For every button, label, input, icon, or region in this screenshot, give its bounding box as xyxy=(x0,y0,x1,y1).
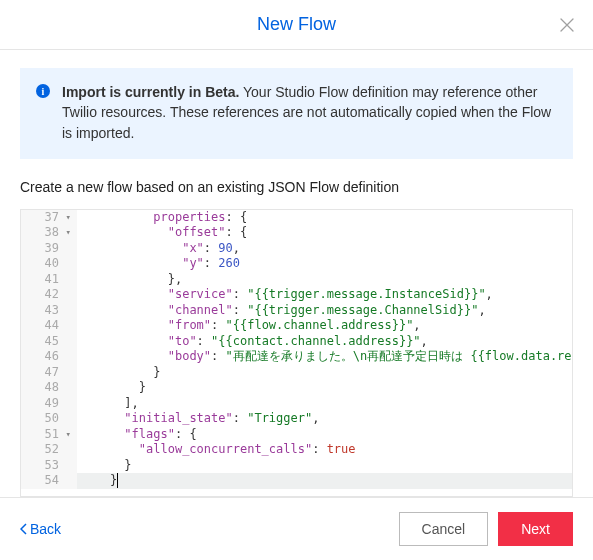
fold-toggle-icon[interactable]: ▾ xyxy=(66,225,71,241)
code-content[interactable]: "y": 260 xyxy=(77,256,572,272)
code-content[interactable]: }, xyxy=(77,272,572,288)
fold-toggle-icon[interactable]: ▾ xyxy=(66,427,71,443)
code-content[interactable]: "x": 90, xyxy=(77,241,572,257)
info-text: Import is currently in Beta. Your Studio… xyxy=(62,82,557,143)
line-number: 42 xyxy=(21,287,63,303)
line-number: 47 xyxy=(21,365,63,381)
line-number: 52 xyxy=(21,442,63,458)
code-content[interactable]: "to": "{{contact.channel.address}}", xyxy=(77,334,572,350)
code-line[interactable]: 47 } xyxy=(21,365,572,381)
code-line[interactable]: 43 "channel": "{{trigger.message.Channel… xyxy=(21,303,572,319)
code-line[interactable]: 37▾ properties: { xyxy=(21,210,572,226)
code-content[interactable]: "offset": { xyxy=(77,225,572,241)
line-number: 37▾ xyxy=(21,210,63,226)
line-number: 45 xyxy=(21,334,63,350)
code-line[interactable]: 46 "body": "再配達を承りました。\n再配達予定日時は {{flow.… xyxy=(21,349,572,365)
code-line[interactable]: 53 } xyxy=(21,458,572,474)
code-line[interactable]: 39 "x": 90, xyxy=(21,241,572,257)
code-line[interactable]: 38▾ "offset": { xyxy=(21,225,572,241)
back-button[interactable]: Back xyxy=(20,521,61,537)
code-content[interactable]: "channel": "{{trigger.message.ChannelSid… xyxy=(77,303,572,319)
code-content[interactable]: } xyxy=(77,365,572,381)
code-content[interactable]: "flags": { xyxy=(77,427,572,443)
line-number: 40 xyxy=(21,256,63,272)
modal-content: i Import is currently in Beta. Your Stud… xyxy=(0,50,593,497)
code-line[interactable]: 48 } xyxy=(21,380,572,396)
next-button[interactable]: Next xyxy=(498,512,573,546)
code-line[interactable]: 42 "service": "{{trigger.message.Instanc… xyxy=(21,287,572,303)
modal-title: New Flow xyxy=(257,14,336,35)
code-line[interactable]: 51▾ "flags": { xyxy=(21,427,572,443)
line-number: 51▾ xyxy=(21,427,63,443)
code-line[interactable]: 41 }, xyxy=(21,272,572,288)
modal-footer: Back Cancel Next xyxy=(0,497,593,560)
code-content[interactable]: } xyxy=(77,380,572,396)
code-line[interactable]: 49 ], xyxy=(21,396,572,412)
json-editor[interactable]: 37▾ properties: {38▾ "offset": {39 "x": … xyxy=(20,209,573,497)
line-number: 49 xyxy=(21,396,63,412)
info-strong: Import is currently in Beta. xyxy=(62,84,239,100)
info-banner: i Import is currently in Beta. Your Stud… xyxy=(20,68,573,159)
line-number: 39 xyxy=(21,241,63,257)
code-content[interactable]: "initial_state": "Trigger", xyxy=(77,411,572,427)
code-content[interactable]: "from": "{{flow.channel.address}}", xyxy=(77,318,572,334)
code-line[interactable]: 44 "from": "{{flow.channel.address}}", xyxy=(21,318,572,334)
subtitle: Create a new flow based on an existing J… xyxy=(20,179,573,195)
code-content[interactable]: "service": "{{trigger.message.InstanceSi… xyxy=(77,287,572,303)
code-content[interactable]: "allow_concurrent_calls": true xyxy=(77,442,572,458)
line-number: 54 xyxy=(21,473,63,489)
code-content[interactable]: } xyxy=(77,473,572,489)
code-line[interactable]: 52 "allow_concurrent_calls": true xyxy=(21,442,572,458)
cancel-button[interactable]: Cancel xyxy=(399,512,489,546)
chevron-left-icon xyxy=(20,523,28,535)
line-number: 53 xyxy=(21,458,63,474)
line-number: 38▾ xyxy=(21,225,63,241)
code-content[interactable]: "body": "再配達を承りました。\n再配達予定日時は {{flow.dat… xyxy=(77,349,572,365)
line-number: 50 xyxy=(21,411,63,427)
line-number: 46 xyxy=(21,349,63,365)
fold-toggle-icon[interactable]: ▾ xyxy=(66,210,71,226)
code-content[interactable]: } xyxy=(77,458,572,474)
line-number: 41 xyxy=(21,272,63,288)
code-line[interactable]: 45 "to": "{{contact.channel.address}}", xyxy=(21,334,572,350)
close-icon xyxy=(560,18,574,32)
code-content[interactable]: ], xyxy=(77,396,572,412)
code-content[interactable]: properties: { xyxy=(77,210,572,226)
code-line[interactable]: 54 } xyxy=(21,473,572,489)
line-number: 43 xyxy=(21,303,63,319)
code-line[interactable]: 50 "initial_state": "Trigger", xyxy=(21,411,572,427)
close-button[interactable] xyxy=(557,15,577,35)
code-line[interactable]: 40 "y": 260 xyxy=(21,256,572,272)
footer-actions: Cancel Next xyxy=(399,512,573,546)
cursor xyxy=(117,473,118,488)
line-number: 48 xyxy=(21,380,63,396)
back-label: Back xyxy=(30,521,61,537)
line-number: 44 xyxy=(21,318,63,334)
info-icon: i xyxy=(36,84,50,98)
modal-header: New Flow xyxy=(0,0,593,50)
